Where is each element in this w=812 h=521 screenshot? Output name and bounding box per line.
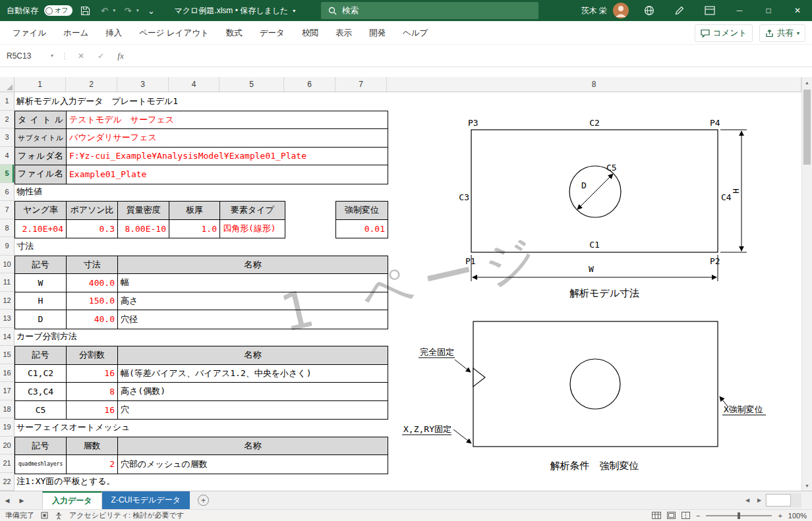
cell-header[interactable]: 層数 [67, 437, 118, 456]
horizontal-scroll-track[interactable] [765, 493, 801, 507]
cell-header[interactable]: 板厚 [169, 202, 220, 220]
row-header-14[interactable]: 14 [0, 328, 14, 346]
cell-subtitle-value[interactable]: バウンダリサーフェス [67, 129, 388, 148]
document-title[interactable]: マクロ例題.xlsm • 保存しました ▾ [175, 5, 296, 16]
cell-value[interactable]: 16 [67, 401, 118, 420]
cell-curve-heading[interactable]: カーブ分割方法 [14, 328, 77, 346]
column-header-2[interactable]: 2 [66, 77, 117, 92]
search-input[interactable]: 検索 [321, 2, 538, 19]
cell-symbol[interactable]: W [15, 274, 67, 292]
cell-header[interactable]: ポアソン比 [67, 202, 118, 220]
cell-value[interactable]: 150.0 [67, 292, 118, 311]
cell-dims-heading[interactable]: 寸法 [14, 237, 34, 256]
undo-caret-icon[interactable]: ▾ [113, 8, 115, 13]
zoom-slider[interactable] [706, 515, 772, 516]
next-sheet-icon[interactable]: ▶ [14, 491, 29, 509]
comments-button[interactable]: コメント [695, 24, 753, 42]
ribbon-display-options-icon[interactable] [695, 0, 725, 21]
zoom-in-icon[interactable]: + [778, 512, 782, 520]
cell-value[interactable]: 400.0 [67, 274, 118, 292]
row-header-22[interactable]: 22 [0, 473, 14, 491]
column-header-3[interactable]: 3 [117, 77, 169, 92]
prev-sheet-icon[interactable]: ◀ [0, 491, 14, 509]
cell-header[interactable]: 記号 [15, 346, 67, 365]
cell-name[interactable]: 穴径 [118, 310, 388, 329]
cell-header[interactable]: 名称 [118, 256, 388, 275]
row-header-21[interactable]: 21 [0, 454, 14, 473]
cell-symbol[interactable]: quadmeshlayers [15, 455, 67, 474]
page-layout-view-icon[interactable] [667, 512, 676, 519]
enter-icon[interactable]: ✓ [91, 45, 111, 67]
avatar[interactable] [613, 3, 629, 18]
globe-icon[interactable] [634, 0, 664, 21]
cell-header[interactable]: 記号 [15, 437, 67, 456]
cell-subtitle-label[interactable]: サブタイトル [15, 129, 67, 148]
cell-value[interactable]: 2 [67, 455, 118, 474]
zoom-level[interactable]: 100% [788, 512, 807, 520]
row-header-7[interactable]: 7 [0, 201, 14, 219]
redo-caret-icon[interactable]: ▾ [136, 8, 139, 13]
vertical-scroll-thumb[interactable] [803, 90, 811, 165]
cell-header[interactable]: 記号 [15, 256, 67, 275]
cell-value[interactable]: 40.0 [67, 310, 118, 329]
save-icon[interactable] [78, 6, 92, 16]
cell-value[interactable]: 0.01 [336, 220, 388, 238]
cell-symbol[interactable]: C5 [15, 401, 67, 420]
minimize-button[interactable]: ─ [725, 0, 754, 21]
column-header-6[interactable]: 6 [284, 77, 335, 92]
ribbon-tab-5[interactable]: データ [251, 21, 293, 45]
cell-value[interactable]: 8.00E-10 [118, 220, 169, 238]
row-header-16[interactable]: 16 [0, 364, 14, 383]
row-header-6[interactable]: 6 [0, 183, 14, 202]
row-header-17[interactable]: 17 [0, 382, 14, 400]
row-header-2[interactable]: 2 [0, 111, 14, 129]
cell-symbol[interactable]: C3,C4 [15, 383, 67, 401]
maximize-button[interactable]: □ [754, 0, 783, 21]
cell-symbol[interactable]: D [15, 310, 67, 329]
autosave-toggle[interactable]: オフ [44, 5, 72, 16]
sheet-tab-input-data[interactable]: 入力データ [42, 491, 102, 509]
cell-value[interactable]: 16 [67, 365, 118, 383]
cell-header[interactable]: 要素タイプ [220, 202, 285, 220]
ribbon-tab-0[interactable]: ファイル [4, 21, 55, 45]
horizontal-scroll-thumb[interactable] [766, 494, 791, 507]
row-header-18[interactable]: 18 [0, 400, 14, 419]
close-button[interactable]: ✕ [783, 0, 812, 21]
cell-symbol[interactable]: H [15, 292, 67, 311]
cell-header[interactable]: ヤング率 [15, 202, 67, 220]
cell-mesh-heading[interactable]: サーフェイスオートメッシュ [14, 418, 130, 437]
ribbon-tab-8[interactable]: 開発 [361, 21, 394, 45]
boundary-conditions-diagram[interactable]: 完全固定 X,Z,RY固定 X強制変位 解析条件 強制変位 [402, 321, 766, 472]
insert-function-icon[interactable]: fx [111, 45, 130, 67]
row-header-4[interactable]: 4 [0, 147, 14, 165]
cell-material-heading[interactable]: 物性値 [14, 183, 42, 202]
ribbon-tab-1[interactable]: ホーム [55, 21, 97, 45]
scroll-left-icon[interactable]: ◀ [741, 491, 753, 509]
share-button[interactable]: 共有 ▾ [759, 24, 805, 42]
sheet-tab-zcui-model-data[interactable]: Z-CUIモデルデータ [102, 491, 190, 509]
zoom-out-icon[interactable]: − [696, 512, 700, 520]
redo-icon[interactable]: ↷ [121, 6, 134, 16]
cell-header[interactable]: 寸法 [67, 256, 118, 275]
cell-header[interactable]: 名称 [118, 346, 388, 365]
row-header-11[interactable]: 11 [0, 273, 14, 292]
cell-name[interactable]: 穴 [118, 401, 388, 420]
cell-header[interactable]: 名称 [118, 437, 388, 456]
scroll-down-icon[interactable]: ▼ [802, 480, 812, 491]
ribbon-tab-2[interactable]: 挿入 [97, 21, 130, 45]
cell-note[interactable]: 注1:XY面の平板とする。 [14, 473, 115, 491]
row-header-19[interactable]: 19 [0, 418, 14, 437]
cell-value[interactable]: 8 [67, 383, 118, 401]
cell-folder-value[interactable]: F:¥z-cui_Example¥AnalysisModel¥Example01… [67, 148, 388, 166]
horizontal-scrollbar[interactable]: ◀ ▶ [741, 491, 812, 509]
cell-title-value[interactable]: テストモデル サーフェス [67, 111, 388, 130]
accessibility-status[interactable]: アクセシビリティ: 検討が必要です [69, 510, 184, 520]
name-box[interactable]: R5C13 ▾ [0, 45, 58, 67]
row-header-3[interactable]: 3 [0, 128, 14, 147]
cell-filename-value[interactable]: Example01_Plate [67, 165, 388, 184]
cell-header[interactable]: 分割数 [67, 346, 118, 365]
cell-heading[interactable]: 解析モデル入力データ プレートモデル1 [14, 92, 178, 111]
cell-title-label[interactable]: タイトル [15, 111, 67, 130]
zoom-slider-thumb[interactable] [738, 512, 740, 519]
page-break-view-icon[interactable] [682, 512, 690, 519]
